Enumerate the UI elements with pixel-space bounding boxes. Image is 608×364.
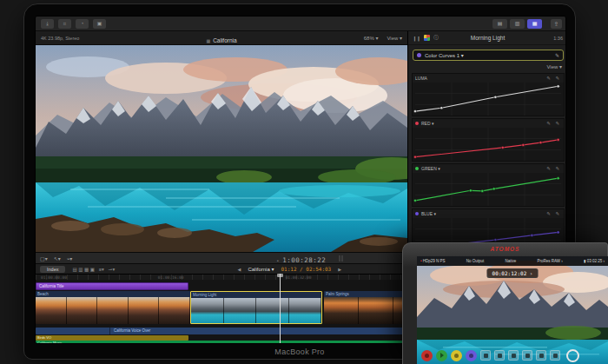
color-inspector: ❙❙ ⓘ Morning Light 1:36 Color Curves 1 ▾… [407,31,566,252]
color-preset-dropdown[interactable]: Color Curves 1 ▾ ✎ [413,50,564,61]
video-tab-icon[interactable]: ❙❙ [413,36,420,41]
import-button[interactable]: ⤓ [41,19,54,29]
preset-label: Color Curves 1 ▾ [425,52,464,58]
eyedropper-icons[interactable]: ✎ ✎ [546,76,561,81]
info-tab-icon[interactable]: ⓘ [433,35,439,41]
field-monitor-device: ATOMOS [402,242,608,364]
battery-status[interactable]: ▮ 03:02:25 › [584,259,605,263]
view-dropdown[interactable]: View ▾ [387,35,402,41]
keyword-editor-button[interactable]: ⌗ [58,19,71,29]
monitor-brand-logo: ATOMOS [403,246,607,252]
project-navigation: ◀ California ▾ 01:12 / 02:54:03 ▶ [238,266,342,272]
output-status[interactable]: No Output [466,259,485,263]
clip-label: Morning Light [191,292,321,298]
clip-duration: 1:36 [553,36,563,41]
video-clip-morning-light-selected[interactable]: Morning Light [190,291,322,324]
tool-icon [525,354,530,358]
inspector-icon: ▦ [532,21,538,26]
zoom-level-dropdown[interactable]: 68% ▾ [364,35,379,41]
monitor-mode-icon [454,354,459,358]
extensions-icon: ▣ [97,21,102,26]
red-curve-label[interactable]: RED ▾ [421,121,433,126]
play-icon [440,353,444,358]
codec-status[interactable]: ProRes RAW › [537,259,562,263]
keyword-icon: ⌗ [63,21,66,26]
next-project-icon[interactable]: ▶ [338,267,341,272]
timeline-toggle-button[interactable]: ▥ [510,19,525,29]
clip-label: Beach [36,291,190,297]
luma-curve-graph[interactable] [413,83,564,116]
timeline-project-dropdown[interactable]: California ▾ [248,266,274,272]
color-curves-panel: LUMA ✎ ✎ RED ▾ ✎ ✎ [412,73,565,254]
eyedropper-icons[interactable]: ✎ ✎ [546,121,561,126]
zoom-menu-icon[interactable]: ≡▾ [99,267,104,272]
fcp-toolbar: ⤓ ⌗ ◔ ▣ ▤ ▥ ▦ ⇪ [36,17,566,31]
audio-clip-label: California Voice Over [114,328,150,334]
tool-button-3[interactable] [508,350,519,361]
monitor-screen: • HDp29 N PS No Output Native ProRes RAW… [417,256,608,364]
tools-menu[interactable]: ↖▾ [54,255,61,261]
effects-menu[interactable]: ⌁▾ [67,255,73,261]
dial-button[interactable] [566,349,579,362]
tool-button-4[interactable] [522,350,532,361]
inspector-header: ❙❙ ⓘ Morning Light 1:36 [408,31,566,45]
appearance-toggle-icons[interactable]: ▤ ▥ ▦ ▣ [72,267,94,272]
video-clip-beach[interactable]: Beach [36,291,190,324]
red-curve-graph[interactable] [413,128,564,161]
clip-thumbnails [36,297,190,324]
tool-button-1[interactable] [480,350,491,361]
index-button[interactable]: Index [40,266,65,273]
browser-icon: ▤ [498,21,503,26]
input-format[interactable]: HDp29 N PS [423,259,446,263]
marketing-scene: ⤓ ⌗ ◔ ▣ ▤ ▥ ▦ ⇪ 4K 23.98p, Stereo ▦Calif… [0,0,608,364]
playhead[interactable] [280,274,281,344]
tool-button-5[interactable] [536,350,546,361]
green-curve-label[interactable]: GREEN ▾ [421,166,440,171]
audio-meters[interactable] [339,255,343,261]
color-tab-icon[interactable] [424,35,430,41]
green-curve-panel: GREEN ▾ ✎ ✎ [412,163,565,207]
prev-project-icon[interactable]: ◀ [238,267,241,272]
record-status-icon: • [420,259,422,263]
share-button[interactable]: ⇪ [551,19,562,29]
inspector-clip-title: Morning Light [408,35,566,41]
red-curve-panel: RED ▾ ✎ ✎ [412,118,565,162]
timeline-icon: ▥ [515,21,520,26]
tool-button-6[interactable] [550,350,560,361]
inspector-toggle-button[interactable]: ▦ [527,19,542,29]
extensions-button[interactable]: ▣ [93,19,106,29]
viewer-title-wrap: ▦California [36,30,407,46]
play-button[interactable] [436,350,447,361]
title-clip[interactable]: California Title [36,282,188,290]
project-icon: ▦ [206,38,210,43]
record-icon [425,354,429,358]
record-button[interactable] [421,350,433,361]
luma-curve-label[interactable]: LUMA [415,76,427,81]
clip-appearance-menu[interactable]: ▢▾ [40,255,48,261]
eyedropper-icons[interactable]: ✎ ✎ [546,211,561,216]
format-info: 4K 23.98p, Stereo [41,36,79,41]
clip-divider [109,328,110,334]
viewer-canvas[interactable] [36,45,407,252]
monitor-mode-button[interactable] [451,350,462,361]
browser-toggle-button[interactable]: ▤ [492,19,507,29]
tool-icon [512,354,516,358]
eyedropper-icons[interactable]: ✎ ✎ [546,166,561,171]
viewer-header: 4K 23.98p, Stereo ▦California 68% ▾ View… [36,31,407,45]
eyedropper-icon[interactable]: ✎ [555,52,559,58]
monitor-controls [417,346,608,364]
edit-mode-button[interactable] [466,350,477,361]
blue-curve-label[interactable]: BLUE ▾ [421,211,436,216]
mode-status[interactable]: Native [506,259,517,263]
monitor-timecode[interactable]: 00:02:12:02 › [487,268,539,278]
clip-thumbnails [191,298,321,324]
viewer-project-title: California [213,37,236,43]
monitor-status-bar: • HDp29 N PS No Output Native ProRes RAW… [417,256,608,266]
viewer-controls: 68% ▾ View ▾ [364,35,402,41]
background-tasks-button[interactable]: ◔ [76,19,89,29]
green-curve-graph[interactable] [413,173,564,206]
snap-menu-icon[interactable]: ⊸▾ [109,267,115,272]
tool-button-2[interactable] [494,350,505,361]
curves-view-dropdown[interactable]: View ▾ [546,63,562,69]
tasks-icon: ◔ [81,21,84,26]
